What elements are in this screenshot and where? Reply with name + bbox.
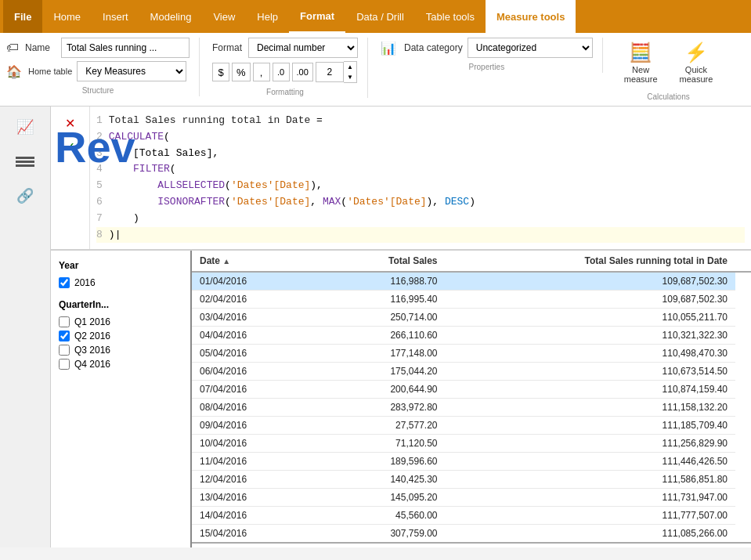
home-table-select[interactable]: Key Measures bbox=[77, 61, 186, 81]
cell-running: 109,687,502.30 bbox=[446, 291, 736, 309]
cell-date: 02/04/2016 bbox=[192, 291, 306, 309]
total-sales-value: 14,855,990.40 bbox=[306, 543, 445, 547]
currency-button[interactable]: $ bbox=[212, 63, 229, 81]
sidebar-table-icon[interactable] bbox=[11, 147, 39, 175]
q3-checkbox[interactable] bbox=[59, 345, 70, 356]
cell-date: 13/04/2016 bbox=[192, 489, 306, 507]
new-measure-button[interactable]: 🧮 New measure bbox=[616, 38, 666, 88]
formula-confirm-button[interactable]: ✓ bbox=[59, 136, 82, 157]
data-category-label: Data category bbox=[404, 42, 463, 53]
cell-running: 111,777,507.00 bbox=[446, 507, 736, 525]
format-label: Format bbox=[212, 42, 244, 53]
sidebar-report-icon[interactable]: 📈 bbox=[11, 113, 39, 141]
q2-item: Q2 2016 bbox=[59, 331, 182, 341]
menu-data-drill[interactable]: Data / Drill bbox=[345, 0, 415, 33]
formula-cancel-button[interactable]: ✕ bbox=[59, 113, 82, 133]
menu-bar: File Home Insert Modeling View Help Form… bbox=[0, 0, 751, 33]
menu-insert[interactable]: Insert bbox=[92, 0, 139, 33]
cell-sales: 307,759.00 bbox=[306, 525, 445, 544]
cell-sales: 71,120.50 bbox=[306, 435, 445, 453]
format-select[interactable]: Decimal number bbox=[248, 38, 358, 58]
spinner-up[interactable]: ▲ bbox=[344, 62, 356, 72]
ribbon-structure-group: 🏷 Name 🏠 Home table Key Measures Structu… bbox=[6, 38, 200, 96]
q1-checkbox[interactable] bbox=[59, 316, 70, 327]
table-row: 02/04/2016 116,995.40 109,687,502.30 bbox=[192, 291, 751, 309]
q2-checkbox[interactable] bbox=[59, 331, 70, 341]
cell-sales: 140,425.30 bbox=[306, 471, 445, 489]
cell-sales: 116,988.70 bbox=[306, 272, 445, 291]
comma-button[interactable]: , bbox=[253, 63, 270, 81]
cell-date: 12/04/2016 bbox=[192, 471, 306, 489]
decimal-decrease-button[interactable]: .0 bbox=[273, 63, 290, 81]
data-category-select[interactable]: Uncategorized bbox=[468, 38, 593, 58]
spinner-down[interactable]: ▼ bbox=[344, 72, 356, 82]
table-row: 11/04/2016 189,596.60 111,446,426.50 bbox=[192, 453, 751, 471]
quick-measure-button[interactable]: ⚡ Quick measure bbox=[671, 38, 722, 88]
year-2016-label: 2016 bbox=[74, 277, 96, 288]
menu-home[interactable]: Home bbox=[42, 0, 92, 33]
menu-help[interactable]: Help bbox=[246, 0, 289, 33]
left-sidebar: 📈 🔗 bbox=[0, 107, 51, 547]
table-row: 07/04/2016 200,644.90 110,874,159.40 bbox=[192, 381, 751, 399]
year-2016-checkbox[interactable] bbox=[59, 277, 70, 288]
new-measure-icon: 🧮 bbox=[629, 42, 652, 63]
table-row: 01/04/2016 116,988.70 109,687,502.30 bbox=[192, 272, 751, 291]
quarter-filter-section: QuarterIn... Q1 2016 Q2 2016 Q3 2016 bbox=[59, 299, 182, 370]
new-measure-label: New measure bbox=[624, 65, 658, 84]
cell-running: 111,731,947.00 bbox=[446, 489, 736, 507]
data-table: Date ▲ Total Sales Total Sales running t… bbox=[192, 251, 751, 547]
menu-modeling[interactable]: Modeling bbox=[139, 0, 203, 33]
cell-date: 14/04/2016 bbox=[192, 507, 306, 525]
decimal-input[interactable] bbox=[316, 62, 344, 82]
col-date: Date ▲ bbox=[192, 251, 306, 272]
table-row: 12/04/2016 140,425.30 111,586,851.80 bbox=[192, 471, 751, 489]
cell-running: 110,498,470.30 bbox=[446, 345, 736, 363]
q2-label: Q2 2016 bbox=[74, 331, 110, 341]
cell-date: 11/04/2016 bbox=[192, 453, 306, 471]
percent-button[interactable]: % bbox=[232, 63, 251, 81]
cell-sales: 116,995.40 bbox=[306, 291, 445, 309]
q1-label: Q1 2016 bbox=[74, 316, 110, 327]
home-table-row: 🏠 Home table Key Measures bbox=[6, 61, 190, 81]
menu-table-tools[interactable]: Table tools bbox=[415, 0, 486, 33]
cell-sales: 27,577.20 bbox=[306, 417, 445, 435]
menu-file[interactable]: File bbox=[3, 0, 42, 33]
table-row: 14/04/2016 45,560.00 111,777,507.00 bbox=[192, 507, 751, 525]
cell-running: 111,256,829.90 bbox=[446, 435, 736, 453]
cell-date: 15/04/2016 bbox=[192, 525, 306, 544]
table-container: Date ▲ Total Sales Total Sales running t… bbox=[192, 251, 751, 547]
format-row: Format Decimal number bbox=[212, 38, 358, 58]
sort-arrow-date[interactable]: ▲ bbox=[222, 257, 230, 266]
year-filter-title: Year bbox=[59, 260, 182, 271]
q3-item: Q3 2016 bbox=[59, 345, 182, 356]
decimal-increase-button[interactable]: .00 bbox=[292, 63, 313, 81]
year-2016-item: 2016 bbox=[59, 277, 182, 288]
data-panel: Year 2016 QuarterIn... Q1 2016 Q2 2016 bbox=[51, 251, 751, 547]
table-row: 06/04/2016 175,044.20 110,673,514.50 bbox=[192, 363, 751, 381]
ribbon-calculations-group: 🧮 New measure ⚡ Quick measure Calculatio… bbox=[616, 38, 731, 103]
name-input[interactable] bbox=[61, 38, 190, 58]
cell-sales: 266,110.60 bbox=[306, 327, 445, 345]
quarter-filter-title: QuarterIn... bbox=[59, 299, 182, 310]
col-total-sales: Total Sales bbox=[306, 251, 445, 272]
cell-sales: 175,044.20 bbox=[306, 363, 445, 381]
cell-date: 09/04/2016 bbox=[192, 417, 306, 435]
currency-row: $ % , .0 .00 ▲ ▼ bbox=[212, 61, 358, 83]
spinner-arrows: ▲ ▼ bbox=[344, 61, 357, 83]
cell-running: 111,446,426.50 bbox=[446, 453, 736, 471]
cell-running: 111,185,709.40 bbox=[446, 417, 736, 435]
menu-view[interactable]: View bbox=[202, 0, 246, 33]
menu-measure-tools[interactable]: Measure tools bbox=[486, 0, 576, 33]
menu-format[interactable]: Format bbox=[289, 0, 345, 33]
table-row: 08/04/2016 283,972.80 111,158,132.20 bbox=[192, 399, 751, 417]
name-icon: 🏷 bbox=[6, 41, 19, 55]
formula-content[interactable]: 1Total Sales running total in Date =2CAL… bbox=[90, 107, 751, 249]
formula-editor: ✕ ✓ 1Total Sales running total in Date =… bbox=[51, 107, 751, 251]
sidebar-model-icon[interactable]: 🔗 bbox=[11, 182, 39, 210]
q3-label: Q3 2016 bbox=[74, 345, 110, 356]
quick-measure-label: Quick measure bbox=[680, 65, 713, 84]
q4-checkbox[interactable] bbox=[59, 359, 70, 370]
formatting-label: Formatting bbox=[212, 86, 358, 98]
cell-running: 109,687,502.30 bbox=[446, 272, 736, 291]
cell-sales: 200,644.90 bbox=[306, 381, 445, 399]
